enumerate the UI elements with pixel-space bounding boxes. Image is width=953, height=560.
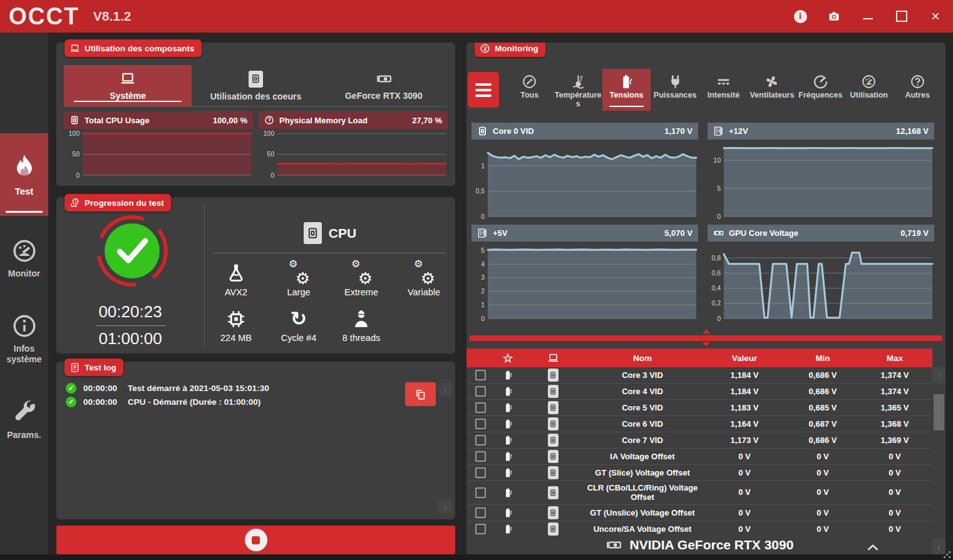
battery-bolt-icon[interactable] (503, 402, 513, 414)
sidebar-item-monitor[interactable]: Monitor (0, 235, 48, 282)
progress-panel-title: Progression du test (85, 198, 164, 208)
tab-autres[interactable]: Autres (894, 69, 942, 111)
resize-grip[interactable] (940, 548, 950, 558)
feature-label: Cycle #4 (281, 333, 316, 343)
row-checkbox[interactable] (475, 487, 486, 498)
row-checkbox[interactable] (475, 386, 486, 397)
battery-bolt-icon[interactable] (503, 369, 513, 381)
svg-text:5: 5 (481, 247, 485, 254)
battery-bolt-icon[interactable] (503, 467, 513, 479)
tab-temperatures[interactable]: Températures (554, 69, 602, 111)
log-scroll-down-button[interactable]: ↓ (438, 499, 452, 513)
tab-geforce-rtx-3090[interactable]: GeForce RTX 3090 (320, 65, 448, 106)
tab-label: Tous (520, 91, 538, 100)
cpu-chip-icon[interactable] (548, 385, 559, 398)
cpu-chip-icon[interactable] (548, 486, 559, 499)
gpu-section-header[interactable]: NVIDIA GeForce RTX 3090 (466, 534, 932, 556)
tab-tensions[interactable]: Tensions (602, 69, 651, 111)
battery-bolt-icon[interactable] (503, 487, 513, 499)
table-row[interactable]: Core 3 VID 1,184 V 0,686 V 1,374 V (466, 367, 932, 383)
battery-bolt-icon[interactable] (503, 507, 513, 519)
row-checkbox[interactable] (475, 435, 486, 445)
feature-label: Large (287, 287, 310, 297)
header-min[interactable]: Min (788, 354, 857, 363)
header-value[interactable]: Valeur (701, 354, 788, 363)
feature-memory-size: 224 MB (205, 303, 267, 349)
tab-ventilateurs[interactable]: Ventilateurs (748, 69, 796, 111)
row-checkbox[interactable] (475, 402, 486, 413)
cpu-chip-icon[interactable] (548, 417, 559, 430)
screenshot-button[interactable] (824, 6, 844, 26)
header-max[interactable]: Max (857, 354, 932, 363)
row-checkbox[interactable] (475, 524, 486, 534)
table-row[interactable]: Core 5 VID 1,183 V 0,685 V 1,365 V (466, 399, 932, 415)
chart-value: 27,70 % (412, 116, 442, 125)
svg-text:0,6: 0,6 (711, 269, 721, 277)
sidebar-item-params[interactable]: Params. (0, 395, 48, 444)
cpu-chip-icon[interactable] (548, 466, 559, 479)
sidebar-item-test[interactable]: Test (0, 133, 48, 216)
arrow-down-icon: ↓ (443, 502, 448, 511)
table-row[interactable]: Core 4 VID 1,184 V 0,686 V 1,374 V (466, 383, 932, 399)
log-time: 00:00:00 (83, 397, 121, 407)
maximize-button[interactable] (892, 6, 912, 26)
charts-table-resize-handle[interactable] (466, 329, 945, 348)
sensor-min: 0 V (788, 508, 857, 517)
svg-text:4: 4 (481, 260, 485, 268)
minimize-button[interactable] (858, 6, 878, 26)
table-row[interactable]: GT (Slice) Voltage Offset 0 V 0 V 0 V (466, 464, 932, 481)
row-checkbox[interactable] (475, 419, 486, 429)
tab-tous[interactable]: Tous (505, 69, 554, 111)
cpu-chip-icon[interactable] (548, 369, 559, 382)
svg-text:100: 100 (68, 130, 80, 137)
sensor-max: 0 V (857, 524, 932, 534)
svg-text:0: 0 (481, 315, 485, 322)
close-button[interactable]: × (925, 6, 945, 26)
table-row[interactable]: CLR (CBo/LLC/Ring) Voltage Offset 0 V 0 … (466, 481, 932, 504)
cpu-chip-icon[interactable] (548, 522, 559, 536)
row-checkbox[interactable] (475, 370, 486, 380)
battery-bolt-icon[interactable] (503, 434, 513, 446)
header-name[interactable]: Nom (584, 354, 701, 363)
sensor-name: Core 5 VID (584, 403, 701, 412)
cpu-chip-icon[interactable] (548, 506, 559, 519)
time-separator (96, 325, 166, 326)
tab-intensite[interactable]: Intensité (699, 69, 748, 111)
laptop-icon (547, 352, 559, 364)
log-panel-badge: Test log (64, 359, 123, 376)
tab-utilisation-des-coeurs[interactable]: Utilisation des coeurs (192, 65, 319, 106)
stop-test-button[interactable] (56, 526, 455, 554)
svg-text:0: 0 (717, 315, 721, 322)
tab-puissances[interactable]: Puissances (651, 69, 699, 111)
battery-bolt-icon[interactable] (503, 451, 513, 462)
table-row[interactable]: Core 7 VID 1,173 V 0,686 V 1,369 V (466, 432, 932, 448)
scroll-up-button[interactable]: ↑ (932, 367, 945, 384)
battery-bolt-icon[interactable] (503, 385, 513, 397)
tab-systeme[interactable]: Système (64, 65, 192, 106)
total-cpu-usage-chart: Total CPU Usage 100,00 % 100500 (64, 111, 253, 179)
scroll-thumb[interactable] (934, 394, 944, 430)
svg-text:50: 50 (72, 150, 80, 158)
battery-bolt-icon[interactable] (503, 418, 513, 430)
cpu-chip-icon[interactable] (548, 450, 559, 463)
about-button[interactable]: i (790, 6, 810, 26)
cpu-chip-icon[interactable] (548, 434, 559, 447)
row-checkbox[interactable] (475, 467, 486, 478)
table-scrollbar[interactable]: ↑ ↓ (932, 367, 945, 556)
cpu-chip-icon[interactable] (548, 401, 559, 414)
sidebar-item-label: Params. (7, 430, 41, 440)
feature-label: 224 MB (220, 333, 252, 343)
log-scroll-up-button[interactable]: ↑ (438, 383, 452, 397)
table-row[interactable]: IA Voltage Offset 0 V 0 V 0 V (466, 448, 932, 464)
copy-log-button[interactable] (405, 382, 436, 406)
battery-bolt-icon[interactable] (503, 523, 513, 535)
row-checkbox[interactable] (475, 451, 486, 462)
monitoring-menu-button[interactable] (468, 72, 499, 108)
tab-utilisation[interactable]: Utilisation (845, 69, 893, 111)
sidebar-item-infos-systeme[interactable]: Infos système (0, 312, 48, 365)
tab-frequences[interactable]: Fréquences (796, 69, 845, 111)
table-row[interactable]: Core 6 VID 1,164 V 0,687 V 1,368 V (466, 415, 932, 432)
row-checkbox[interactable] (475, 507, 486, 518)
table-row[interactable]: GT (Unslice) Voltage Offset 0 V 0 V 0 V (466, 504, 932, 521)
sensor-min: 0,685 V (788, 403, 857, 412)
